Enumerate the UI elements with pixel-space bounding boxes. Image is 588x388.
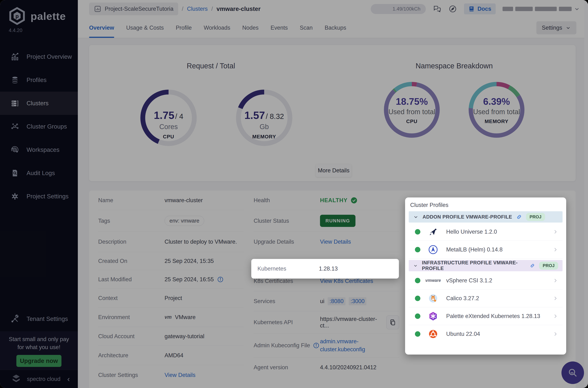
profile-layer-name: Palette eXtended Kubernetes 1.28.13 — [446, 313, 540, 319]
profile-layer-metallb[interactable]: MetalLB (Helm) 0.14.8 — [409, 241, 563, 259]
scope-badge: PROJ — [526, 213, 545, 221]
profile-layer-vsphere-csi[interactable]: vmware vSphere CSI 3.1.2 — [409, 272, 563, 290]
field-label: Kubernetes — [258, 266, 319, 272]
scope-badge: PROJ — [539, 262, 558, 270]
chevron-right-icon — [552, 331, 559, 337]
addon-profile-name: ADDON PROFILE VMWARE-PROFILE — [423, 214, 512, 220]
chevron-right-icon — [552, 246, 559, 253]
kubernetes-version-value: 1.28.13 — [319, 266, 338, 272]
cluster-profiles-title: Cluster Profiles — [410, 202, 448, 208]
vmware-icon: vmware — [425, 278, 441, 283]
profile-layer-calico[interactable]: Calico 3.27.2 — [409, 290, 563, 307]
chevron-down-icon — [413, 263, 418, 268]
cluster-profiles-panel: Cluster Profiles ADDON PROFILE VMWARE-PR… — [405, 197, 566, 355]
profile-layer-hello-universe[interactable]: Hello Universe 1.2.0 — [409, 223, 563, 241]
addon-profile-header[interactable]: ADDON PROFILE VMWARE-PROFILE PROJ — [409, 211, 563, 222]
chevron-down-icon — [413, 214, 419, 220]
app-window: p palette 4.4.20 Project Overview Profil… — [0, 0, 588, 388]
link-icon — [516, 214, 522, 220]
profile-layer-palette-extended-kubernetes[interactable]: Palette eXtended Kubernetes 1.28.13 — [409, 307, 563, 325]
infrastructure-profile-header[interactable]: INFRASTRUCTURE PROFILE VMWARE-PROFILE PR… — [409, 260, 563, 271]
profile-layer-name: MetalLB (Helm) 0.14.8 — [446, 246, 503, 253]
metallb-icon — [428, 245, 438, 255]
chevron-right-icon — [552, 295, 559, 301]
calico-icon — [428, 293, 438, 303]
infrastructure-profile-name: INFRASTRUCTURE PROFILE VMWARE-PROFILE — [422, 260, 526, 271]
status-dot — [415, 229, 420, 235]
status-dot — [415, 331, 420, 337]
profile-layer-name: Calico 3.27.2 — [446, 295, 479, 302]
status-dot — [415, 314, 420, 319]
profile-layer-name: vSphere CSI 3.1.2 — [446, 277, 492, 284]
status-dot — [415, 296, 420, 301]
status-dot — [415, 247, 420, 252]
ubuntu-icon — [428, 329, 438, 339]
link-icon — [530, 263, 535, 268]
hello-universe-icon — [428, 227, 438, 237]
status-dot — [415, 278, 420, 283]
chevron-right-icon — [552, 277, 559, 284]
profile-layer-ubuntu[interactable]: Ubuntu 22.04 — [409, 325, 563, 343]
profile-layer-name: Ubuntu 22.04 — [446, 331, 480, 337]
kubernetes-version-spotlight-row: Kubernetes 1.28.13 — [251, 259, 399, 279]
chevron-right-icon — [552, 229, 559, 235]
palette-xk-icon — [428, 311, 438, 321]
chevron-right-icon — [552, 313, 559, 319]
profile-layer-name: Hello Universe 1.2.0 — [446, 229, 497, 235]
